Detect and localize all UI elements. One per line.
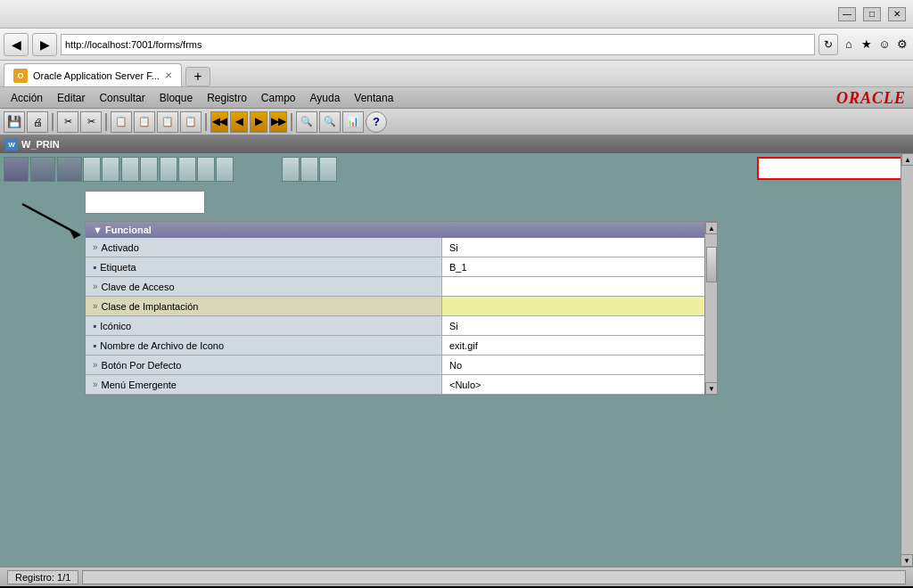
prop-value-etiqueta[interactable]: B_1 [442,257,717,276]
inner-grp4-btn3[interactable] [319,157,337,182]
inner-grp3-btn3[interactable] [197,157,215,182]
menu-ventana[interactable]: Ventana [347,90,400,106]
nav-last-button[interactable]: ▶▶ [269,111,287,133]
new-tab-button[interactable]: + [185,67,210,86]
app-vscrollbar[interactable]: ▲ ▼ [901,153,913,567]
section-header-funcional[interactable]: ▼ Funcional [86,222,717,238]
inner-btn-2[interactable] [30,157,55,182]
oracle-app-container: Acción Editar Consultar Bloque Registro … [0,87,913,567]
inner-btn-1[interactable] [4,157,29,182]
content-area: ▼ Funcional » Activado Si ▪ Etiqueta [0,153,913,567]
refresh-button[interactable]: ↻ [818,34,838,55]
inner-toolbar [0,153,913,185]
prop-value-clave[interactable] [442,277,717,296]
white-input-field[interactable] [85,191,205,214]
toolbar-btn-4[interactable]: ✂ [80,111,102,133]
section-collapse-icon: ▼ [93,225,105,235]
toolbar-sep-3 [205,113,207,131]
prop-value-activado[interactable]: Si [442,238,717,257]
tab-favicon: O [13,69,28,83]
help-button[interactable]: ? [366,111,387,133]
oracle-toolbar: 💾 🖨 ✂ ✂ 📋 📋 📋 📋 ◀◀ ◀ ▶ ▶▶ 🔍 🔍 📊 ? [0,109,913,135]
address-bar[interactable] [61,34,815,55]
bullet-clase: » [93,301,98,311]
tab-bar: O Oracle Application Server F... ✕ + [0,61,913,87]
properties-scrollbar[interactable]: ▲ ▼ [704,222,717,395]
inner-grp2-btn2[interactable] [140,157,158,182]
status-bar: Registro: 1/1 [0,567,913,586]
prop-label-menu: » Menú Emergente [86,375,442,394]
scrollbar-thumb[interactable] [706,247,717,282]
app-scroll-up[interactable]: ▲ [901,153,913,166]
menu-accion[interactable]: Acción [4,90,50,106]
nav-prev-button[interactable]: ◀ [230,111,248,133]
star-icon: ★ [860,34,874,55]
nav-first-button[interactable]: ◀◀ [210,111,228,133]
toolbar-btn-3[interactable]: ✂ [57,111,78,133]
toolbar-btn-1[interactable]: 💾 [4,111,25,133]
prop-row-etiqueta: ▪ Etiqueta B_1 [86,257,717,277]
inner-toolbar-group-3 [160,157,234,182]
inner-grp1-btn2[interactable] [83,157,101,182]
toolbar-btn-6[interactable]: 📋 [134,111,155,133]
prop-value-clase[interactable] [442,297,717,315]
prop-label-boton: » Botón Por Defecto [86,355,442,374]
menu-registro[interactable]: Registro [200,90,254,106]
inner-grp1-btn1[interactable] [57,157,82,182]
maximize-button[interactable]: □ [863,7,881,21]
inner-grp3-btn2[interactable] [178,157,196,182]
window-title: W_PRIN [21,139,60,150]
inner-grp1-btn3[interactable] [102,157,119,182]
prop-label-nombre-archivo: ▪ Nombre de Archivo de Icono [86,336,442,355]
prop-row-clase: » Clase de Implantación [86,297,717,316]
nav-next-button[interactable]: ▶ [250,111,267,133]
arrow-container [13,200,94,244]
inner-grp3-btn4[interactable] [216,157,234,182]
bullet-nombre-archivo: ▪ [93,339,96,352]
prop-value-boton[interactable]: No [442,355,717,374]
toolbar-btn-11[interactable]: 📊 [342,111,364,133]
prop-value-nombre-archivo[interactable]: exit.gif [442,336,717,355]
inner-grp4-btn1[interactable] [282,157,300,182]
toolbar-btn-10[interactable]: 🔍 [319,111,341,133]
browser-titlebar: — □ ✕ [0,0,913,29]
minimize-button[interactable]: — [838,7,856,21]
active-tab[interactable]: O Oracle Application Server F... ✕ [4,63,182,86]
inner-toolbar-group-1 [57,157,119,182]
inner-grp4-btn2[interactable] [300,157,318,182]
toolbar-btn-9[interactable]: 🔍 [296,111,317,133]
toolbar-btn-8[interactable]: 📋 [180,111,202,133]
menu-bloque[interactable]: Bloque [152,90,200,106]
toolbar-btn-5[interactable]: 📋 [111,111,132,133]
forward-button[interactable]: ▶ [32,33,57,56]
oracle-menubar: Acción Editar Consultar Bloque Registro … [0,87,913,109]
prop-label-etiqueta: ▪ Etiqueta [86,257,442,276]
menu-consultar[interactable]: Consultar [92,90,152,106]
close-button[interactable]: ✕ [888,7,906,21]
bullet-activado: » [93,242,98,252]
app-scroll-down[interactable]: ▼ [901,554,913,567]
scrollbar-up[interactable]: ▲ [705,222,718,234]
toolbar-sep-2 [105,113,107,131]
prop-value-iconico[interactable]: Si [442,316,717,335]
inner-grp3-btn1[interactable] [160,157,177,182]
toolbar-sep-1 [52,113,53,131]
scrollbar-down[interactable]: ▼ [705,382,718,395]
prop-row-clave: » Clave de Acceso [86,277,717,297]
home-icon: ⌂ [842,34,856,55]
bullet-etiqueta: ▪ [93,261,96,274]
prop-value-menu[interactable]: <Nulo> [442,375,717,394]
toolbar-btn-7[interactable]: 📋 [157,111,178,133]
tab-label: Oracle Application Server F... [33,70,160,81]
back-button[interactable]: ◀ [4,33,29,56]
prop-row-iconico: ▪ Icónico Si [86,316,717,336]
highlighted-input-box[interactable] [757,157,904,180]
window-titlebar: W W_PRIN [0,135,913,153]
oracle-logo: ORACLE [836,87,906,109]
tab-close-button[interactable]: ✕ [165,70,172,80]
inner-grp2-btn1[interactable] [121,157,139,182]
toolbar-btn-2[interactable]: 🖨 [27,111,48,133]
menu-ayuda[interactable]: Ayuda [303,90,348,106]
menu-editar[interactable]: Editar [50,90,92,106]
menu-campo[interactable]: Campo [254,90,303,106]
